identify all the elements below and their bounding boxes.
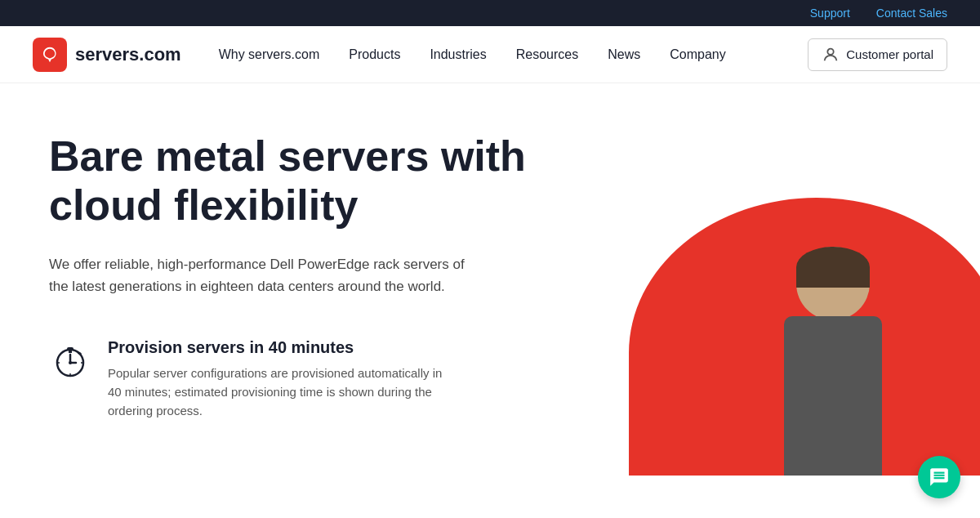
chat-icon <box>929 467 950 476</box>
feature-text: Provision servers in 40 minutes Popular … <box>108 338 457 421</box>
hero-title: Bare metal servers with cloud flexibilit… <box>49 132 539 230</box>
person-area <box>751 247 915 476</box>
person-hair <box>796 247 870 288</box>
navbar: servers.com Why servers.com Products Ind… <box>0 26 980 83</box>
customer-portal-label: Customer portal <box>846 47 933 61</box>
hero-image <box>572 198 980 476</box>
feature-title: Provision servers in 40 minutes <box>108 338 457 357</box>
logo-icon <box>33 38 67 72</box>
person-body <box>784 316 882 476</box>
svg-point-0 <box>828 48 834 54</box>
svg-point-7 <box>69 361 72 364</box>
user-icon <box>822 46 840 64</box>
nav-industries[interactable]: Industries <box>416 41 499 69</box>
nav-products[interactable]: Products <box>336 41 413 69</box>
nav-news[interactable]: News <box>595 41 653 69</box>
nav-links: Why servers.com Products Industries Reso… <box>206 41 808 69</box>
main-content: Bare metal servers with cloud flexibilit… <box>0 83 980 476</box>
logo[interactable]: servers.com <box>33 38 181 72</box>
nav-resources[interactable]: Resources <box>503 41 591 69</box>
nav-company[interactable]: Company <box>657 41 738 69</box>
customer-portal-button[interactable]: Customer portal <box>808 38 947 71</box>
support-link[interactable]: Support <box>810 7 850 20</box>
contact-sales-link[interactable]: Contact Sales <box>876 7 947 20</box>
feature-item: Provision servers in 40 minutes Popular … <box>49 338 457 421</box>
stopwatch-icon <box>49 338 91 381</box>
feature-description: Popular server configurations are provis… <box>108 364 457 421</box>
logo-text: servers.com <box>75 44 181 65</box>
nav-why[interactable]: Why servers.com <box>206 41 333 69</box>
topbar: Support Contact Sales <box>0 0 980 26</box>
hero-subtitle: We offer reliable, high-performance Dell… <box>49 253 474 297</box>
